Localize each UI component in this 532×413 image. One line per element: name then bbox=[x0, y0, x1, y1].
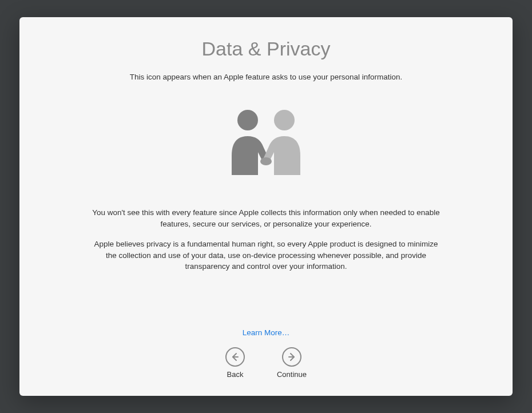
continue-button[interactable]: Continue bbox=[277, 347, 307, 379]
learn-more-link[interactable]: Learn More… bbox=[243, 328, 290, 337]
privacy-handshake-icon bbox=[220, 106, 312, 177]
back-label: Back bbox=[227, 370, 244, 379]
description-paragraph-2: Apple believes privacy is a fundamental … bbox=[89, 239, 443, 272]
continue-label: Continue bbox=[277, 370, 307, 379]
description-paragraph-1: You won't see this with every feature si… bbox=[89, 207, 443, 229]
svg-point-1 bbox=[274, 110, 295, 130]
arrow-left-icon bbox=[225, 347, 245, 367]
svg-point-2 bbox=[260, 157, 272, 165]
navigation-row: Back Continue bbox=[225, 347, 307, 379]
back-button[interactable]: Back bbox=[225, 347, 245, 379]
intro-text: This icon appears when an Apple feature … bbox=[130, 73, 403, 81]
svg-point-0 bbox=[237, 110, 258, 130]
setup-assistant-window: Data & Privacy This icon appears when an… bbox=[19, 17, 513, 396]
page-title: Data & Privacy bbox=[202, 38, 331, 60]
arrow-right-icon bbox=[282, 347, 301, 367]
